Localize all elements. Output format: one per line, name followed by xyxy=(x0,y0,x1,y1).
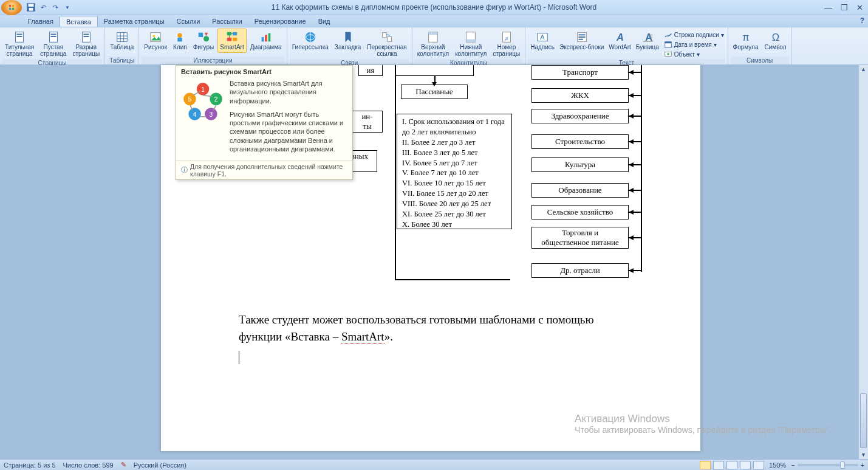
дата-и-время-button[interactable]: Дата и время ▾ xyxy=(663,40,725,49)
svg-rect-1 xyxy=(9,5,11,7)
svg-rect-12 xyxy=(50,34,56,35)
status-words[interactable]: Число слов: 599 xyxy=(63,461,114,469)
svg-text:#: # xyxy=(505,36,508,42)
tooltip-image: 12345 xyxy=(181,79,225,125)
верхний-button[interactable]: Верхнийколонтитул xyxy=(415,29,451,59)
нижний-button[interactable]: Нижнийколонтитул xyxy=(453,29,489,59)
bookmark-icon xyxy=(341,30,355,44)
status-language[interactable]: Русский (Россия) xyxy=(134,461,186,469)
group-links: ГиперссылкаЗакладкаПерекрестнаяссылка Св… xyxy=(287,27,412,64)
view-full-reading[interactable] xyxy=(713,461,724,469)
закладка-button[interactable]: Закладка xyxy=(332,29,363,53)
svg-text:1: 1 xyxy=(201,86,205,93)
undo-icon[interactable]: ↶ xyxy=(38,2,49,13)
svg-text:A: A xyxy=(616,32,624,43)
клип-button[interactable]: Клип xyxy=(171,29,190,53)
гиперссылка-button[interactable]: Гиперссылка xyxy=(290,29,331,53)
button-label: Таблица xyxy=(110,44,134,51)
group-symbols: πФормулаΩСимвол Символы xyxy=(728,27,792,64)
zoom-level[interactable]: 150% xyxy=(769,461,786,469)
button-label: Экспресс-блоки xyxy=(559,44,604,51)
date-icon xyxy=(664,40,672,49)
объект-button[interactable]: Объект ▾ xyxy=(663,49,725,59)
redo-icon[interactable]: ↷ xyxy=(50,2,61,13)
diagram-box: Пассивные xyxy=(401,85,468,99)
tab-разметка-страницы[interactable]: Разметка страницы xyxy=(98,16,171,27)
разрыв-button[interactable]: Разрывстраницы xyxy=(70,29,102,59)
button-label: Формула xyxy=(733,44,759,51)
svg-rect-44 xyxy=(466,40,476,43)
tab-рецензирование[interactable]: Рецензирование xyxy=(248,16,312,27)
proofing-icon[interactable]: ✎ xyxy=(121,461,126,469)
tooltip-p1: Вставка рисунка SmartArt для визуального… xyxy=(230,79,347,105)
view-draft[interactable] xyxy=(753,461,764,469)
group-pages: ТитульнаястраницаПустаястраницаРазрывстр… xyxy=(0,27,105,64)
view-web[interactable] xyxy=(726,461,737,469)
титульная-button[interactable]: Титульнаястраница xyxy=(2,29,36,59)
qat-dropdown-icon[interactable]: ▼ xyxy=(62,2,73,13)
буквица-button[interactable]: AБуквица xyxy=(634,29,661,53)
svg-text:π: π xyxy=(742,32,749,43)
svg-rect-2 xyxy=(12,5,14,7)
table-icon xyxy=(115,30,129,44)
svg-text:A: A xyxy=(645,32,652,43)
svg-rect-30 xyxy=(227,38,231,41)
arrow-left-icon xyxy=(629,93,634,98)
arrow-left-icon xyxy=(629,235,634,240)
svg-text:A: A xyxy=(540,33,545,41)
view-outline[interactable] xyxy=(740,461,751,469)
таблица-button[interactable]: Таблица xyxy=(108,29,136,53)
tab-вставка[interactable]: Вставка xyxy=(60,16,98,27)
para-end: ». xyxy=(384,330,393,343)
рисунок-button[interactable]: Рисунок xyxy=(142,29,169,53)
help-icon[interactable]: ? xyxy=(860,16,864,25)
button-label: Нижнийколонтитул xyxy=(455,44,487,57)
group-tables: Таблица Таблицы xyxy=(105,27,139,64)
diagram-box: Торговля иобщественное питание xyxy=(531,227,629,249)
svg-point-0 xyxy=(7,2,17,13)
save-icon[interactable] xyxy=(26,2,36,13)
button-label: Фигуры xyxy=(193,44,214,51)
tab-вид[interactable]: Вид xyxy=(312,16,337,27)
pic-icon xyxy=(149,30,162,44)
view-print-layout[interactable] xyxy=(700,461,711,469)
maximize-button[interactable]: ❐ xyxy=(841,3,848,12)
перекрестная-button[interactable]: Перекрестнаяссылка xyxy=(364,29,409,59)
пустая-button[interactable]: Пустаястраница xyxy=(38,29,69,59)
формула-button[interactable]: πФормула xyxy=(731,29,761,53)
zoom-slider-thumb[interactable] xyxy=(840,461,845,469)
footer-icon xyxy=(464,30,477,44)
символ-button[interactable]: ΩСимвол xyxy=(762,29,788,53)
status-page[interactable]: Страница: 5 из 5 xyxy=(4,461,56,469)
tab-рассылки[interactable]: Рассылки xyxy=(206,16,248,27)
info-icon: ⓘ xyxy=(181,166,188,175)
diagram-box: Здравоохранение xyxy=(531,109,629,123)
tab-ссылки[interactable]: Ссылки xyxy=(171,16,207,27)
zoom-out-button[interactable]: − xyxy=(791,461,795,469)
wordart-button[interactable]: AWordArt xyxy=(606,29,634,53)
page-icon xyxy=(80,30,93,44)
button-label: Символ xyxy=(764,44,786,51)
vertical-scrollbar[interactable]: ▲ ▼ xyxy=(858,65,868,459)
фигуры-button[interactable]: Фигуры xyxy=(191,29,216,53)
экспресс-блоки-button[interactable]: Экспресс-блоки xyxy=(557,29,606,53)
scroll-up-icon[interactable]: ▲ xyxy=(859,65,868,74)
textbox-icon: A xyxy=(536,30,549,44)
scroll-thumb[interactable] xyxy=(860,393,867,448)
номер-button[interactable]: #Номерстраницы xyxy=(490,29,522,59)
tab-главная[interactable]: Главная xyxy=(22,16,60,27)
tooltip-footer: ⓘ Для получения дополнительных сведений … xyxy=(176,161,352,179)
scroll-down-icon[interactable]: ▼ xyxy=(859,451,868,459)
group-label: Таблицы xyxy=(108,57,136,64)
zoom-in-button[interactable]: + xyxy=(861,461,864,469)
minimize-button[interactable]: — xyxy=(824,3,832,12)
office-button[interactable] xyxy=(1,0,22,15)
close-button[interactable]: ✕ xyxy=(856,3,863,12)
tooltip-title: Вставить рисунок SmartArt xyxy=(176,66,352,77)
button-label: Рисунок xyxy=(144,44,167,51)
zoom-slider[interactable] xyxy=(798,464,858,466)
строка-подписи-button[interactable]: Строка подписи ▾ xyxy=(663,30,725,40)
smartart-button[interactable]: SmartArt xyxy=(217,29,246,53)
диаграмма-button[interactable]: Диаграмма xyxy=(248,29,284,53)
надпись-button[interactable]: AНадпись xyxy=(528,29,557,53)
